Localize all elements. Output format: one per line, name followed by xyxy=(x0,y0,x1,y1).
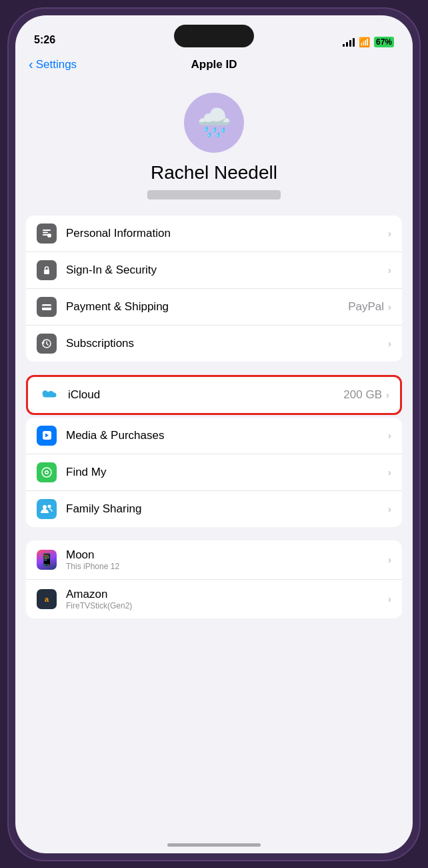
signal-bars-icon xyxy=(343,37,355,47)
chevron-family: › xyxy=(388,503,391,514)
list-item-media-purchases[interactable]: Media & Purchases › xyxy=(26,418,402,454)
find-my-icon xyxy=(37,462,57,482)
list-item-family-sharing[interactable]: Family Sharing › xyxy=(26,491,402,527)
back-button[interactable]: ‹ Settings xyxy=(29,57,77,72)
wifi-icon: 📶 xyxy=(359,37,370,47)
back-label: Settings xyxy=(36,58,77,71)
family-sharing-label: Family Sharing xyxy=(66,502,388,516)
personal-info-icon xyxy=(37,224,57,244)
dynamic-island xyxy=(174,25,254,47)
amazon-label-group: Amazon FireTVStick(Gen2) xyxy=(66,588,388,610)
svg-rect-0 xyxy=(43,230,51,231)
svg-rect-1 xyxy=(43,232,48,233)
list-item-signin-security[interactable]: Sign-In & Security › xyxy=(26,252,402,289)
chevron-moon: › xyxy=(388,554,391,565)
chevron-icloud: › xyxy=(386,389,389,400)
chevron-left-icon: ‹ xyxy=(29,57,33,72)
svg-point-12 xyxy=(43,505,47,509)
svg-rect-7 xyxy=(42,306,51,308)
payment-shipping-label: Payment & Shipping xyxy=(66,300,348,314)
chevron-find-my: › xyxy=(388,466,391,478)
svg-point-5 xyxy=(46,271,47,272)
section-account: Personal Information › Sign-In & Se xyxy=(26,215,402,362)
phone-screen: 5:26 📶 67% xyxy=(15,15,413,853)
profile-section: 🌧️ Rachel Needell xyxy=(15,79,413,215)
content-area: ‹ Settings Apple ID 🌧️ Rachel Needell xyxy=(15,53,413,853)
moon-device-sublabel: This iPhone 12 xyxy=(66,562,388,571)
icloud-label: iCloud xyxy=(68,388,343,402)
status-time: 5:26 xyxy=(34,34,55,47)
personal-info-label: Personal Information xyxy=(66,227,388,240)
nav-bar: ‹ Settings Apple ID xyxy=(15,53,413,79)
svg-point-11 xyxy=(46,471,48,473)
list-item-icloud[interactable]: iCloud 200 GB › xyxy=(28,377,400,413)
moon-label-group: Moon This iPhone 12 xyxy=(66,548,388,571)
subscriptions-label: Subscriptions xyxy=(66,337,388,350)
profile-email-bar xyxy=(147,190,281,199)
avatar[interactable]: 🌧️ xyxy=(184,93,244,153)
svg-point-3 xyxy=(47,234,51,238)
chevron-subscriptions: › xyxy=(388,338,391,349)
avatar-emoji: 🌧️ xyxy=(197,106,231,139)
icloud-value: 200 GB xyxy=(343,388,382,402)
nav-title: Apple ID xyxy=(191,58,237,71)
section-devices: 📱 Moon This iPhone 12 › a xyxy=(26,540,402,618)
amazon-device-sublabel: FireTVStick(Gen2) xyxy=(66,601,388,610)
find-my-label: Find My xyxy=(66,466,388,479)
icloud-icon xyxy=(39,385,59,405)
icloud-section: iCloud 200 GB › xyxy=(26,375,402,415)
battery-icon: 67% xyxy=(374,37,394,47)
subscriptions-icon xyxy=(37,334,57,354)
list-item-subscriptions[interactable]: Subscriptions › xyxy=(26,326,402,362)
svg-point-13 xyxy=(48,504,51,508)
section-services: Media & Purchases › Find My xyxy=(26,418,402,527)
chevron-signin: › xyxy=(388,264,391,276)
chevron-amazon: › xyxy=(388,593,391,604)
payment-value: PayPal xyxy=(348,300,384,314)
list-item-amazon[interactable]: a Amazon FireTVStick(Gen2) › xyxy=(26,580,402,618)
payment-shipping-icon xyxy=(37,297,57,317)
media-purchases-icon xyxy=(37,426,57,446)
list-item-payment-shipping[interactable]: Payment & Shipping PayPal › xyxy=(26,289,402,326)
amazon-device-icon: a xyxy=(37,589,57,609)
family-sharing-icon xyxy=(37,499,57,519)
signin-security-label: Sign-In & Security xyxy=(66,264,388,277)
signin-security-icon xyxy=(37,260,57,280)
list-item-personal-info[interactable]: Personal Information › xyxy=(26,215,402,252)
media-purchases-label: Media & Purchases xyxy=(66,429,388,442)
list-item-moon[interactable]: 📱 Moon This iPhone 12 › xyxy=(26,540,402,580)
list-item-find-my[interactable]: Find My › xyxy=(26,454,402,491)
status-icons: 📶 67% xyxy=(343,37,394,47)
phone-frame: 5:26 📶 67% xyxy=(7,7,421,861)
chevron-media: › xyxy=(388,430,391,441)
chevron-payment: › xyxy=(388,301,391,312)
home-indicator xyxy=(167,843,261,847)
amazon-device-name: Amazon xyxy=(66,588,388,601)
moon-device-name: Moon xyxy=(66,548,388,562)
profile-name: Rachel Needell xyxy=(151,162,277,183)
chevron-personal-info: › xyxy=(388,228,391,239)
battery-percent: 67% xyxy=(374,37,394,47)
moon-device-icon: 📱 xyxy=(37,550,57,570)
